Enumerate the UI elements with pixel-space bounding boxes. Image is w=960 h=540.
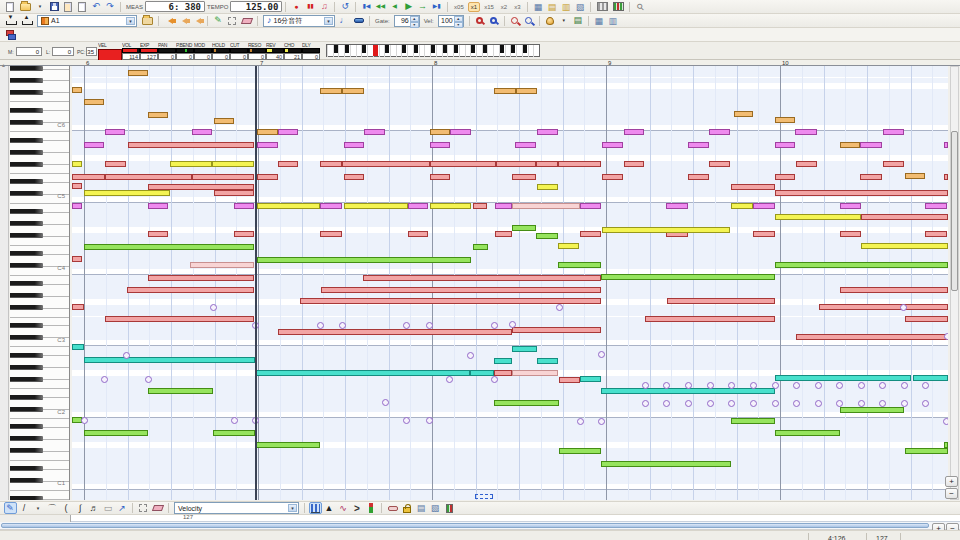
graph-panel-2-button[interactable]: ▧ xyxy=(429,502,442,514)
onion-skin-dropdown[interactable]: ▾ xyxy=(557,15,570,27)
midi-note[interactable] xyxy=(796,334,948,340)
rgb-meter-button[interactable] xyxy=(443,502,456,514)
midi-note[interactable] xyxy=(278,329,512,335)
zoom-out-v-button[interactable] xyxy=(508,15,521,27)
midi-note[interactable] xyxy=(278,161,298,167)
level-meter-button[interactable] xyxy=(611,1,626,13)
pencil-tool-button[interactable]: ✎ xyxy=(212,15,225,27)
midi-note[interactable] xyxy=(559,448,601,454)
cc-bar[interactable] xyxy=(122,48,140,53)
midi-note[interactable] xyxy=(470,370,494,376)
piano-key-black[interactable] xyxy=(10,448,43,453)
midi-note[interactable] xyxy=(624,129,644,135)
skip-to-end-button[interactable]: ▶▮ xyxy=(430,1,443,13)
export-file-button[interactable] xyxy=(76,1,89,13)
piano-key-black[interactable] xyxy=(10,424,43,429)
open-file-button[interactable] xyxy=(18,1,33,13)
selection-rect[interactable] xyxy=(475,494,493,499)
cc-bar[interactable] xyxy=(284,48,302,53)
midi-note[interactable] xyxy=(84,99,104,105)
drum-hit-circle[interactable] xyxy=(815,400,822,407)
midi-note[interactable] xyxy=(450,129,471,135)
midi-note[interactable] xyxy=(731,418,775,424)
midi-note[interactable] xyxy=(840,407,904,413)
midi-note[interactable] xyxy=(257,257,471,263)
cc-column-reso[interactable]: RESO0 xyxy=(248,43,266,60)
midi-note[interactable] xyxy=(84,244,254,250)
drum-hit-circle[interactable] xyxy=(556,304,563,311)
midi-note[interactable] xyxy=(913,375,948,381)
bed-tool-button[interactable] xyxy=(386,502,400,514)
midi-note[interactable] xyxy=(321,287,601,293)
midi-note[interactable] xyxy=(925,231,947,237)
zoom-x05-button[interactable]: x05 xyxy=(451,2,467,12)
midi-note[interactable] xyxy=(536,161,558,167)
piano-key-black[interactable] xyxy=(10,407,43,412)
cc-column-cho[interactable]: CHO21 xyxy=(284,43,302,60)
midi-note[interactable] xyxy=(883,161,904,167)
midi-note[interactable] xyxy=(775,430,840,436)
drum-hit-circle[interactable] xyxy=(943,418,948,425)
midi-note[interactable] xyxy=(190,262,254,268)
lock-button[interactable] xyxy=(401,502,414,514)
monitor-solo-button[interactable] xyxy=(191,15,204,27)
zoom-out-button[interactable] xyxy=(473,15,486,27)
midi-note[interactable] xyxy=(861,214,948,220)
piano-key-black[interactable] xyxy=(10,353,43,358)
midi-note[interactable] xyxy=(840,142,860,148)
midi-note[interactable] xyxy=(255,442,320,448)
vertical-scrollbar-thumb[interactable] xyxy=(951,131,958,291)
midi-note[interactable] xyxy=(580,231,601,237)
erase-event-tool-button[interactable]: ♬ xyxy=(88,502,101,514)
midi-note[interactable] xyxy=(148,231,168,237)
midi-note[interactable] xyxy=(558,262,601,268)
roll-grid[interactable] xyxy=(72,66,948,500)
drum-hit-circle[interactable] xyxy=(901,400,908,407)
midi-note[interactable] xyxy=(537,184,558,190)
redo-button[interactable]: ↷ xyxy=(104,1,117,13)
midi-note[interactable] xyxy=(860,174,882,180)
graph-select-tool-button[interactable] xyxy=(137,502,150,514)
midi-note[interactable] xyxy=(214,118,234,124)
drum-hit-circle[interactable] xyxy=(663,382,670,389)
rewind-button[interactable]: ◀◀ xyxy=(374,1,387,13)
midi-note[interactable] xyxy=(170,161,212,167)
cc-column-pan[interactable]: PAN0 xyxy=(158,43,176,60)
midi-note[interactable] xyxy=(494,358,512,364)
piano-keyboard[interactable]: C6C5C4C3C2C1 xyxy=(10,66,70,500)
piano-key-black[interactable] xyxy=(10,162,43,167)
midi-note[interactable] xyxy=(72,256,82,262)
drum-hit-circle[interactable] xyxy=(707,382,714,389)
midi-note[interactable] xyxy=(84,142,104,148)
midi-note[interactable] xyxy=(128,70,148,76)
midi-note[interactable] xyxy=(512,174,536,180)
midi-note[interactable] xyxy=(602,174,623,180)
midi-note[interactable] xyxy=(645,316,775,322)
drum-hit-circle[interactable] xyxy=(685,400,692,407)
midi-note[interactable] xyxy=(775,142,795,148)
gate-spinner[interactable]: 96 ▲▾ xyxy=(394,15,420,27)
velocity-pane[interactable]: 127 xyxy=(0,515,960,522)
midi-note[interactable] xyxy=(512,327,601,333)
midi-note[interactable] xyxy=(753,231,775,237)
cc-bar[interactable] xyxy=(302,48,320,53)
spinner-arrows[interactable]: ▲▾ xyxy=(410,16,419,26)
midi-note[interactable] xyxy=(775,117,795,123)
midi-note[interactable] xyxy=(72,344,84,350)
midi-note[interactable] xyxy=(558,243,579,249)
piano-key-black[interactable] xyxy=(10,221,43,226)
midi-note[interactable] xyxy=(105,316,254,322)
graph-eraser-button[interactable] xyxy=(151,502,165,514)
midi-note[interactable] xyxy=(105,174,192,180)
piano-key-black[interactable] xyxy=(10,466,43,471)
track-next-button[interactable] xyxy=(20,15,35,27)
drum-hit-circle[interactable] xyxy=(491,376,498,383)
midi-note[interactable] xyxy=(512,370,558,376)
piano-key-black[interactable] xyxy=(10,233,43,238)
midi-note[interactable] xyxy=(105,161,126,167)
drum-hit-circle[interactable] xyxy=(467,352,474,359)
graph-panel-1-button[interactable]: ▤ xyxy=(415,502,428,514)
quantize-button[interactable]: ♩ xyxy=(338,15,351,27)
curve-tool-2-button[interactable]: ( xyxy=(60,502,73,514)
step-forward-button[interactable]: → xyxy=(416,1,429,13)
